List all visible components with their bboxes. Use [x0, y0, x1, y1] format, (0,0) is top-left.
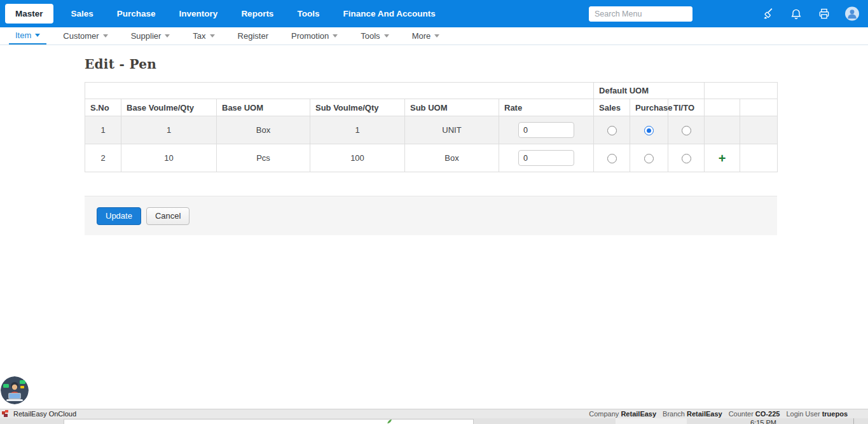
subnav-supplier[interactable]: Supplier: [125, 27, 177, 44]
taskbar-clock: 6:15 PM: [750, 419, 776, 424]
col-add: [705, 99, 740, 116]
chevron-down-icon: [384, 34, 389, 38]
login-user-value: truepos: [822, 410, 848, 418]
nav-inventory[interactable]: Inventory: [172, 4, 226, 23]
cell-empty: [740, 116, 778, 144]
cell-sub-uom: UNIT: [405, 116, 499, 144]
table-row: 1 1 Box 1 UNIT: [85, 116, 778, 144]
subnav-register[interactable]: Register: [231, 27, 275, 44]
col-base-qty: Base Voulme/Qty: [121, 99, 217, 116]
taskbar-search-box[interactable]: [64, 419, 474, 424]
theme-brush-icon[interactable]: [761, 7, 775, 21]
col-extra: [740, 99, 778, 116]
cell-sno: 1: [85, 116, 121, 144]
nav-master[interactable]: Master: [5, 4, 53, 24]
counter-value: CO-225: [755, 410, 780, 418]
subnav-tools[interactable]: Tools: [354, 27, 395, 44]
chevron-down-icon: [165, 34, 170, 38]
retaileasy-logo-icon: [2, 410, 10, 418]
subnav-tax[interactable]: Tax: [186, 27, 221, 44]
statusbar-app-name: RetailEasy OnCloud: [13, 410, 76, 418]
branch-value: RetailEasy: [687, 410, 722, 418]
chevron-down-icon: [434, 34, 439, 38]
cell-sub-qty: 100: [310, 144, 405, 172]
support-chat-widget[interactable]: [1, 376, 29, 404]
subnav-more[interactable]: More: [406, 27, 446, 44]
empty-group-cell: [705, 83, 778, 99]
cell-empty: [705, 116, 740, 144]
col-purchase: Purchase: [630, 99, 668, 116]
taskbar-app-button[interactable]: [616, 418, 687, 424]
sub-navbar: Item Customer Supplier Tax Register Prom…: [0, 27, 868, 45]
notification-bell-icon[interactable]: [789, 7, 803, 21]
chevron-down-icon: [103, 34, 108, 38]
chevron-down-icon: [333, 34, 338, 38]
cell-base-qty: 1: [121, 116, 217, 144]
top-navbar: Master Sales Purchase Inventory Reports …: [0, 0, 868, 27]
col-tito: TI/TO: [668, 99, 705, 116]
cell-sub-uom: Box: [405, 144, 499, 172]
cell-base-qty: 10: [121, 144, 217, 172]
nav-reports[interactable]: Reports: [233, 4, 281, 23]
nav-tools[interactable]: Tools: [289, 4, 327, 23]
subnav-customer[interactable]: Customer: [57, 27, 114, 44]
cell-empty: [740, 144, 778, 172]
cell-sno: 2: [85, 144, 121, 172]
search-input[interactable]: [589, 6, 692, 22]
tito-radio[interactable]: [682, 154, 691, 163]
update-button[interactable]: Update: [97, 207, 141, 225]
table-row: 2 10 Pcs 100 Box +: [85, 144, 778, 172]
col-sub-uom: Sub UOM: [405, 99, 499, 116]
windows-taskbar-sliver: 6:15 PM: [0, 418, 868, 424]
nav-purchase[interactable]: Purchase: [109, 4, 163, 23]
user-avatar[interactable]: [845, 7, 859, 21]
cancel-button[interactable]: Cancel: [146, 207, 189, 225]
uom-table: Default UOM S.No Base Voulme/Qty Base UO…: [85, 82, 778, 172]
col-sub-qty: Sub Voulme/Qty: [310, 99, 405, 116]
cell-sub-qty: 1: [310, 116, 405, 144]
statusbar-session-info: Company RetailEasy Branch RetailEasy Cou…: [589, 410, 848, 418]
tito-radio[interactable]: [682, 126, 691, 135]
page-title: Edit - Pen: [85, 57, 868, 72]
chevron-down-icon: [35, 34, 40, 37]
subnav-promotion[interactable]: Promotion: [285, 27, 344, 44]
col-sales: Sales: [594, 99, 630, 116]
nav-sales[interactable]: Sales: [64, 4, 101, 23]
company-value: RetailEasy: [621, 410, 656, 418]
purchase-radio[interactable]: [644, 154, 654, 163]
taskbar-app-icon: [387, 419, 392, 424]
subnav-item[interactable]: Item: [9, 27, 46, 44]
taskbar-divider: [853, 418, 854, 424]
col-sno: S.No: [85, 99, 121, 116]
nav-finance-accounts[interactable]: Finance And Accounts: [335, 4, 443, 23]
cell-base-uom: Box: [217, 116, 310, 144]
chevron-down-icon: [210, 34, 215, 38]
status-bar: RetailEasy OnCloud Company RetailEasy Br…: [0, 409, 868, 418]
rate-input[interactable]: [518, 150, 574, 166]
default-uom-group-header: Default UOM: [594, 83, 705, 99]
cell-base-uom: Pcs: [217, 144, 310, 172]
col-base-uom: Base UOM: [217, 99, 310, 116]
sales-radio[interactable]: [607, 126, 617, 135]
col-rate: Rate: [499, 99, 594, 116]
action-strip: Update Cancel: [85, 196, 777, 235]
empty-group-cell: [85, 83, 594, 99]
purchase-radio[interactable]: [644, 126, 654, 135]
rate-input[interactable]: [518, 122, 574, 138]
add-row-plus-icon[interactable]: +: [719, 151, 726, 165]
sales-radio[interactable]: [607, 154, 617, 163]
printer-icon[interactable]: [817, 7, 831, 21]
